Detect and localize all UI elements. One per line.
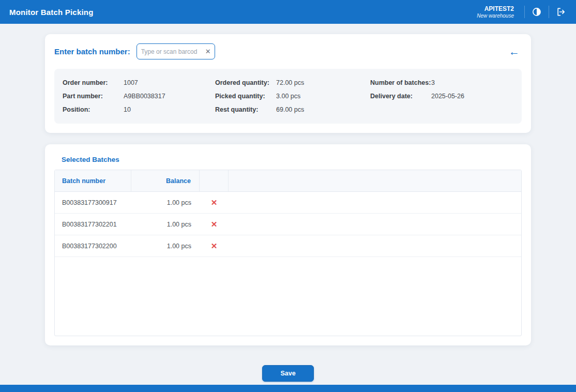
column-header-actions <box>200 170 229 191</box>
column-header-filler <box>229 170 521 191</box>
field-value: 3.00 pcs <box>276 93 300 100</box>
order-number-field: Order number: 1007 <box>63 79 215 86</box>
header-divider <box>549 6 549 18</box>
remove-batch-icon[interactable]: ✕ <box>211 199 218 206</box>
batch-number-cell: B00383177302201 <box>55 221 131 228</box>
column-header-balance: Balance <box>131 170 200 191</box>
remove-batch-icon[interactable]: ✕ <box>211 242 218 250</box>
selected-batches-card: Selected Batches Batch number Balance B0… <box>45 144 531 345</box>
clear-input-icon[interactable]: ✕ <box>203 48 211 55</box>
field-label: Ordered quantity: <box>215 79 276 86</box>
field-label: Position: <box>63 106 124 113</box>
top-bar: Monitor Batch Picking APITEST2 New wareh… <box>0 0 576 24</box>
save-row: Save <box>0 365 576 382</box>
field-value: 10 <box>124 106 131 113</box>
warehouse-name: New warehouse <box>477 13 514 19</box>
batch-number-cell: B00383177302200 <box>55 243 131 250</box>
table-header-row: Batch number Balance <box>55 170 521 192</box>
field-value: 72.00 pcs <box>276 79 304 86</box>
batch-entry-card: Enter batch number: ✕ ← Order number: 10… <box>45 34 531 133</box>
field-value: 3 <box>431 79 435 86</box>
delivery-date-field: Delivery date: 2025-05-26 <box>370 93 513 100</box>
batch-number-cell: B00383177300917 <box>55 199 131 206</box>
row-actions-cell: ✕ <box>200 242 229 250</box>
save-button[interactable]: Save <box>262 365 313 382</box>
batch-number-input[interactable] <box>141 48 203 55</box>
table-row: B00383177302200 1.00 pcs ✕ <box>55 235 521 257</box>
user-name: APITEST2 <box>477 5 514 12</box>
table-row: B00383177300917 1.00 pcs ✕ <box>55 192 521 214</box>
footer-strip <box>0 385 576 392</box>
field-value: 69.00 pcs <box>276 106 304 113</box>
order-info-column-2: Ordered quantity: 72.00 pcs Picked quant… <box>215 76 370 116</box>
theme-contrast-icon <box>532 7 542 17</box>
page-title: Monitor Batch Picking <box>9 8 94 17</box>
table-row: B00383177302201 1.00 pcs ✕ <box>55 214 521 235</box>
theme-toggle-button[interactable] <box>529 4 544 20</box>
batch-entry-row: Enter batch number: ✕ ← <box>54 43 522 59</box>
field-value: 1007 <box>124 79 138 86</box>
field-label: Delivery date: <box>370 93 431 100</box>
header-divider <box>524 6 525 18</box>
picked-quantity-field: Picked quantity: 3.00 pcs <box>215 93 370 100</box>
order-info-column-1: Order number: 1007 Part number: A9BB0038… <box>63 76 215 116</box>
field-value: 2025-05-26 <box>431 93 464 100</box>
number-of-batches-field: Number of batches: 3 <box>370 79 513 86</box>
selected-batches-title: Selected Batches <box>62 156 522 163</box>
part-number-field: Part number: A9BB0038317 <box>63 93 215 100</box>
remove-batch-icon[interactable]: ✕ <box>211 220 218 228</box>
balance-cell: 1.00 pcs <box>131 199 200 206</box>
field-label: Rest quantity: <box>215 106 276 113</box>
row-actions-cell: ✕ <box>200 199 229 206</box>
field-label: Order number: <box>63 79 124 86</box>
field-label: Part number: <box>63 93 124 100</box>
position-field: Position: 10 <box>63 106 215 113</box>
user-info: APITEST2 New warehouse <box>477 5 514 19</box>
ordered-quantity-field: Ordered quantity: 72.00 pcs <box>215 79 370 86</box>
balance-cell: 1.00 pcs <box>131 221 200 228</box>
field-value: A9BB0038317 <box>124 93 165 100</box>
order-info-panel: Order number: 1007 Part number: A9BB0038… <box>54 69 522 124</box>
batch-input-wrapper: ✕ <box>137 43 215 59</box>
rest-quantity-field: Rest quantity: 69.00 pcs <box>215 106 370 113</box>
logout-button[interactable] <box>553 4 569 20</box>
order-info-column-3: Number of batches: 3 Delivery date: 2025… <box>370 76 513 116</box>
logout-icon <box>556 7 566 17</box>
row-actions-cell: ✕ <box>200 220 229 228</box>
main-content: Enter batch number: ✕ ← Order number: 10… <box>0 24 576 382</box>
batches-table: Batch number Balance B00383177300917 1.0… <box>54 170 522 336</box>
back-arrow-button[interactable]: ← <box>509 46 522 57</box>
column-header-batch-number: Batch number <box>55 170 131 191</box>
field-label: Picked quantity: <box>215 93 276 100</box>
balance-cell: 1.00 pcs <box>131 243 200 250</box>
top-bar-right: APITEST2 New warehouse <box>477 4 569 20</box>
batch-entry-label: Enter batch number: <box>54 47 130 56</box>
field-label: Number of batches: <box>370 79 431 86</box>
